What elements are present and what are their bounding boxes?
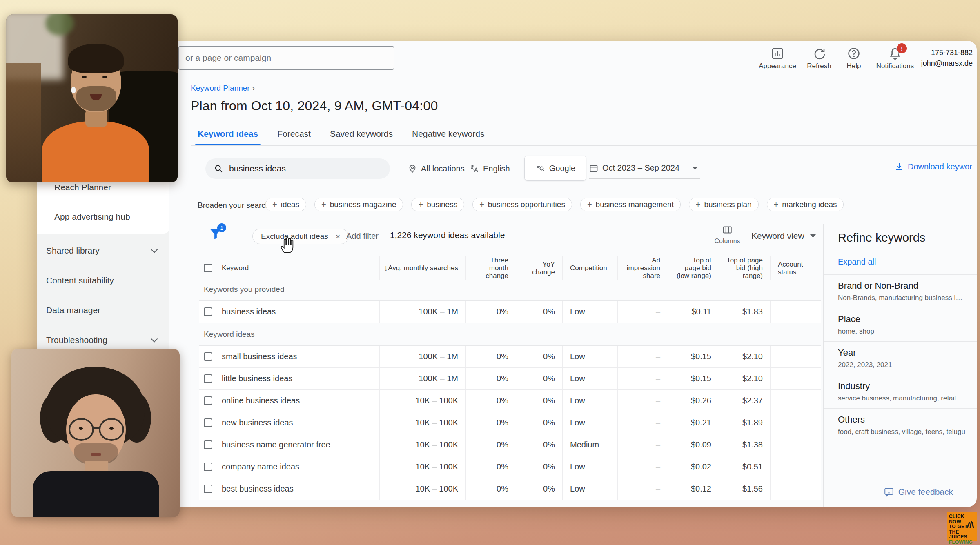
add-filter-button[interactable]: Add filter (346, 231, 379, 241)
row-checkbox[interactable] (204, 463, 212, 471)
date-range-selector[interactable]: Oct 2023 – Sep 2024 (589, 158, 700, 179)
row-checkbox[interactable] (204, 307, 212, 316)
cell-avg-monthly-searches: 100K – 1M (379, 346, 466, 367)
sidebar-item-content-suitability[interactable]: Content suitability (46, 275, 161, 286)
keyword-view-selector[interactable]: Keyword view (751, 231, 816, 241)
feedback-label: Give feedback (898, 487, 953, 497)
breadcrumb: Keyword Planner› (191, 84, 255, 93)
location-value: All locations (421, 164, 465, 174)
table-row-best-business-ideas[interactable]: best business ideas10K – 100K0%0%Low–$0.… (199, 478, 821, 500)
broaden-chip-ideas[interactable]: +ideas (265, 198, 306, 211)
column-header-top-of-page-bid-low-range[interactable]: Top of page bid (low range) (668, 256, 719, 280)
broaden-chip-business-opportunities[interactable]: +business opportunities (472, 198, 572, 211)
exclude-adult-ideas-filter-chip[interactable]: Exclude adult ideas × (252, 229, 349, 244)
refine-group-brand-or-non-brand[interactable]: Brand or Non-BrandNon-Brands, manufactur… (824, 274, 977, 308)
table-header: Keyword↓Avg. monthly searchesThree month… (199, 256, 821, 278)
cell-ad-impression-share: – (617, 434, 668, 456)
search-network-icon (535, 163, 545, 173)
cell-competition: Medium (562, 434, 617, 456)
broaden-chip-business-magazine[interactable]: +business magazine (314, 198, 403, 211)
tab-keyword-ideas[interactable]: Keyword ideas (198, 127, 258, 145)
page-search-input[interactable] (179, 47, 394, 69)
column-header-avg-monthly-searches[interactable]: ↓Avg. monthly searches (379, 256, 466, 280)
cell-keyword: business name generator free (199, 434, 379, 456)
broaden-chip-marketing-ideas[interactable]: +marketing ideas (767, 198, 844, 211)
language-selector[interactable]: English (470, 158, 510, 179)
refresh-icon (812, 47, 826, 60)
cell-account-status (770, 456, 821, 478)
broaden-chip-business-management[interactable]: +business management (580, 198, 681, 211)
table-row-little-business-ideas[interactable]: little business ideas100K – 1M0%0%Low–$0… (199, 368, 821, 390)
table-row-business-name-generator-free[interactable]: business name generator free10K – 100K0%… (199, 434, 821, 456)
columns-button[interactable]: Columns (708, 225, 746, 245)
column-header-top-of-page-bid-high-range[interactable]: Top of page bid (high range) (719, 256, 770, 280)
select-all-checkbox[interactable] (204, 264, 212, 272)
tab-negative-keywords[interactable]: Negative keywords (412, 127, 484, 145)
column-header-ad-impression-share[interactable]: Ad impression share (617, 256, 668, 280)
refine-group-place[interactable]: Placehome, shop (824, 308, 977, 341)
view-label: Keyword view (751, 231, 804, 241)
refine-group-year[interactable]: Year2022, 2023, 2021 (824, 341, 977, 375)
refine-group-industry[interactable]: Industryservice business, manufacturing,… (824, 375, 977, 408)
broaden-chip-business-plan[interactable]: +business plan (689, 198, 759, 211)
row-checkbox[interactable] (204, 440, 212, 449)
keyword-search-pill[interactable]: business ideas (205, 158, 390, 179)
cell-competition: Low (562, 412, 617, 434)
table-row-business-ideas[interactable]: business ideas100K – 1M0%0%Low–$0.11$1.8… (199, 301, 821, 323)
breadcrumb-keyword-planner-link[interactable]: Keyword Planner (191, 84, 250, 92)
refine-group-name: Year (838, 347, 966, 358)
column-header-keyword[interactable]: Keyword (199, 256, 379, 280)
webcam-video-top (6, 14, 178, 182)
network-value: Google (549, 164, 576, 173)
column-header-yoy-change[interactable]: YoY change (516, 256, 562, 280)
table-row-small-business-ideas[interactable]: small business ideas100K – 1M0%0%Low–$0.… (199, 346, 821, 368)
refine-group-others[interactable]: Othersfood, craft business, village, tee… (824, 408, 977, 442)
sticker[interactable]: CLICK NOWTO GETTHEJUICESFLOWING (947, 512, 977, 541)
keyword-text: business name generator free (222, 440, 330, 449)
sidebar-item-troubleshooting[interactable]: Troubleshooting (46, 335, 161, 345)
refresh-button[interactable]: Refresh (800, 45, 838, 70)
cell-top-of-page-bid-high-range: $2.10 (719, 346, 770, 367)
hand-doodle-icon (966, 521, 975, 532)
tabs-divider (191, 145, 977, 146)
table-row-online-business-ideas[interactable]: online business ideas10K – 100K0%0%Low–$… (199, 390, 821, 412)
row-checkbox[interactable] (204, 418, 212, 427)
sidebar-item-reach-planner[interactable]: Reach Planner (54, 182, 161, 193)
sidebar-item-shared-library[interactable]: Shared library (46, 245, 161, 256)
help-button[interactable]: Help (838, 45, 870, 70)
column-header-account-status[interactable]: Account status (770, 256, 821, 280)
table-row-company-name-ideas[interactable]: company name ideas10K – 100K0%0%Low–$0.0… (199, 456, 821, 478)
cell-keyword: new business ideas (199, 412, 379, 434)
remove-filter-icon[interactable]: × (336, 232, 341, 241)
sidebar-item-data-manager[interactable]: Data manager (46, 305, 161, 316)
speaker-orange-shirt (42, 121, 149, 182)
plus-icon: + (696, 200, 701, 209)
filter-funnel-icon[interactable]: 1 (208, 227, 223, 241)
table-row-new-business-ideas[interactable]: new business ideas10K – 100K0%0%Low–$0.2… (199, 412, 821, 434)
cell-yoy-change: 0% (516, 478, 562, 500)
cell-account-status (770, 434, 821, 456)
column-header-three-month-change[interactable]: Three month change (466, 256, 516, 280)
appearance-button[interactable]: Appearance (755, 45, 800, 70)
cell-keyword: best business ideas (199, 478, 379, 500)
network-selector[interactable]: Google (524, 156, 586, 181)
column-label: Avg. monthly searches (388, 264, 458, 272)
tab-saved-keywords[interactable]: Saved keywords (330, 127, 393, 145)
location-selector[interactable]: All locations (408, 158, 465, 179)
broaden-chip-business[interactable]: +business (411, 198, 464, 211)
row-checkbox[interactable] (204, 396, 212, 405)
give-feedback-button[interactable]: Give feedback (884, 487, 953, 497)
download-label: Download keywor (908, 162, 972, 171)
chip-label: business plan (704, 200, 751, 209)
tab-forecast[interactable]: Forecast (277, 127, 311, 145)
account-info[interactable]: 175-731-882 john@marsx.de (906, 47, 973, 69)
cell-keyword: business ideas (199, 301, 379, 323)
keyword-table: Keyword↓Avg. monthly searchesThree month… (199, 256, 821, 500)
download-keywords-button[interactable]: Download keywor (894, 162, 977, 171)
sidebar-item-app-advertising-hub[interactable]: App advertising hub (54, 211, 161, 222)
expand-all-link[interactable]: Expand all (838, 257, 876, 267)
column-header-competition[interactable]: Competition (562, 256, 617, 280)
row-checkbox[interactable] (204, 352, 212, 361)
row-checkbox[interactable] (204, 374, 212, 383)
row-checkbox[interactable] (204, 485, 212, 493)
